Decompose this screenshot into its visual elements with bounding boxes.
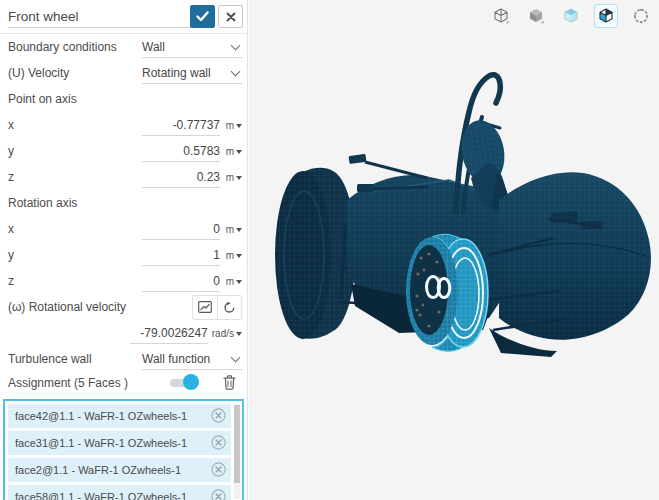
unit-label: rad/s bbox=[212, 328, 234, 339]
face-name: face42@1.1 - WaFR-1 OZwheels-1 bbox=[15, 410, 187, 422]
transparent-cube-icon[interactable] bbox=[559, 4, 583, 28]
rotational-velocity-input[interactable]: -79.0026247 bbox=[130, 323, 208, 344]
boundary-conditions-select[interactable]: Wall bbox=[142, 36, 242, 58]
section-rotation-axis: Rotation axis bbox=[0, 190, 247, 216]
delete-assignment-button[interactable] bbox=[223, 375, 236, 390]
bc-name-input[interactable] bbox=[8, 6, 194, 28]
remove-face-button[interactable] bbox=[211, 408, 226, 423]
field-turbulence-wall: Turbulence wall Wall function bbox=[0, 346, 247, 372]
field-label: (ω) Rotational velocity bbox=[8, 300, 192, 314]
field-rotational-velocity: (ω) Rotational velocity bbox=[0, 294, 247, 320]
toggle-knob bbox=[183, 374, 199, 390]
assignment-label: Assignment (5 Faces ) bbox=[8, 376, 170, 390]
nose-cone[interactable] bbox=[489, 172, 651, 357]
field-label: Boundary conditions bbox=[8, 40, 142, 54]
caret-down-icon bbox=[236, 228, 242, 232]
section-point-on-axis: Point on axis bbox=[0, 86, 247, 112]
field-label: x bbox=[8, 118, 142, 132]
field-axis-x: x 0 m bbox=[0, 216, 247, 242]
face-list-scrollbar[interactable] bbox=[234, 404, 240, 499]
face-name: face2@1.1 - WaFR-1 OZwheels-1 bbox=[15, 464, 181, 476]
unit-label: m bbox=[226, 172, 234, 183]
unit-dropdown[interactable]: rad/s bbox=[208, 323, 242, 344]
chevron-down-icon bbox=[231, 352, 241, 362]
unit-dropdown[interactable]: m bbox=[220, 271, 242, 292]
field-rotational-velocity-value: -79.0026247 rad/s bbox=[0, 320, 247, 346]
face-name: face31@1.1 - WaFR-1 OZwheels-1 bbox=[15, 437, 187, 449]
axis-x-input[interactable]: 0 bbox=[142, 219, 220, 240]
face-name: face58@1.1 - WaFR-1 OZwheels-1 bbox=[15, 491, 187, 500]
field-label: (U) Velocity bbox=[8, 66, 142, 80]
boundary-condition-panel: Boundary conditions Wall (U) Velocity Ro… bbox=[0, 0, 248, 500]
field-label: y bbox=[8, 248, 142, 262]
car-model[interactable] bbox=[249, 0, 659, 500]
render-mode-toolbar bbox=[489, 4, 653, 28]
caret-down-icon bbox=[236, 280, 242, 284]
solid-cube-icon[interactable] bbox=[524, 4, 548, 28]
panel-header bbox=[0, 0, 247, 34]
turbulence-wall-select[interactable]: Wall function bbox=[142, 348, 242, 370]
axis-z-input[interactable]: 0 bbox=[142, 271, 220, 292]
section-label: Rotation axis bbox=[8, 196, 242, 210]
chevron-down-icon bbox=[231, 40, 241, 50]
assignment-face-list: face42@1.1 - WaFR-1 OZwheels-1 face31@1.… bbox=[3, 399, 244, 500]
remove-face-button[interactable] bbox=[211, 435, 226, 450]
unit-label: m bbox=[226, 276, 234, 287]
section-label: Point on axis bbox=[8, 92, 242, 106]
velocity-select[interactable]: Rotating wall bbox=[142, 62, 242, 84]
apply-button[interactable] bbox=[190, 5, 215, 28]
point-x-input[interactable]: -0.77737 bbox=[142, 115, 220, 136]
field-label: x bbox=[8, 222, 142, 236]
caret-down-icon bbox=[236, 176, 242, 180]
field-label: z bbox=[8, 274, 142, 288]
caret-down-icon bbox=[236, 332, 242, 336]
undo-rotate-icon bbox=[223, 301, 236, 314]
unit-label: m bbox=[226, 146, 234, 157]
bc-form: Boundary conditions Wall (U) Velocity Ro… bbox=[0, 34, 247, 393]
field-axis-z: z 0 m bbox=[0, 268, 247, 294]
point-y-input[interactable]: 0.5783 bbox=[142, 141, 220, 162]
field-point-y: y 0.5783 m bbox=[0, 138, 247, 164]
caret-down-icon bbox=[236, 254, 242, 258]
wireframe-cube-icon[interactable] bbox=[489, 4, 513, 28]
front-wheel-highlighted[interactable] bbox=[406, 234, 488, 351]
unit-dropdown[interactable]: m bbox=[220, 219, 242, 240]
check-icon bbox=[196, 11, 209, 22]
scrollbar-thumb[interactable] bbox=[234, 405, 240, 483]
unit-label: m bbox=[226, 224, 234, 235]
reset-value-button[interactable] bbox=[217, 296, 241, 319]
close-icon bbox=[226, 12, 236, 22]
face-list-item[interactable]: face58@1.1 - WaFR-1 OZwheels-1 bbox=[8, 485, 231, 500]
viewport-3d[interactable] bbox=[249, 0, 659, 500]
face-list-item[interactable]: face42@1.1 - WaFR-1 OZwheels-1 bbox=[8, 404, 231, 428]
unit-label: m bbox=[226, 250, 234, 261]
field-axis-y: y 1 m bbox=[0, 242, 247, 268]
field-label: Turbulence wall bbox=[8, 352, 142, 366]
field-label: y bbox=[8, 144, 142, 158]
unit-dropdown[interactable]: m bbox=[220, 115, 242, 136]
remove-face-button[interactable] bbox=[211, 462, 226, 477]
unit-label: m bbox=[226, 120, 234, 131]
selected-value: Rotating wall bbox=[142, 66, 232, 80]
field-boundary-conditions: Boundary conditions Wall bbox=[0, 34, 247, 60]
point-z-input[interactable]: 0.23 bbox=[142, 167, 220, 188]
close-button[interactable] bbox=[218, 5, 243, 28]
chart-icon bbox=[198, 301, 212, 313]
field-label: z bbox=[8, 170, 142, 184]
axis-y-input[interactable]: 1 bbox=[142, 245, 220, 266]
unit-dropdown[interactable]: m bbox=[220, 141, 242, 162]
caret-down-icon bbox=[236, 124, 242, 128]
selected-value: Wall function bbox=[142, 352, 232, 366]
section-cube-icon[interactable] bbox=[594, 4, 618, 28]
formula-table-input-button[interactable] bbox=[193, 296, 217, 319]
unit-dropdown[interactable]: m bbox=[220, 167, 242, 188]
chevron-down-icon bbox=[231, 66, 241, 76]
face-list-item[interactable]: face2@1.1 - WaFR-1 OZwheels-1 bbox=[8, 458, 231, 482]
select-region-icon[interactable] bbox=[629, 4, 653, 28]
unit-dropdown[interactable]: m bbox=[220, 245, 242, 266]
caret-down-icon bbox=[236, 150, 242, 154]
face-list-item[interactable]: face31@1.1 - WaFR-1 OZwheels-1 bbox=[8, 431, 231, 455]
remove-face-button[interactable] bbox=[211, 489, 226, 500]
assignment-toggle[interactable] bbox=[170, 378, 197, 388]
selected-value: Wall bbox=[142, 40, 232, 54]
